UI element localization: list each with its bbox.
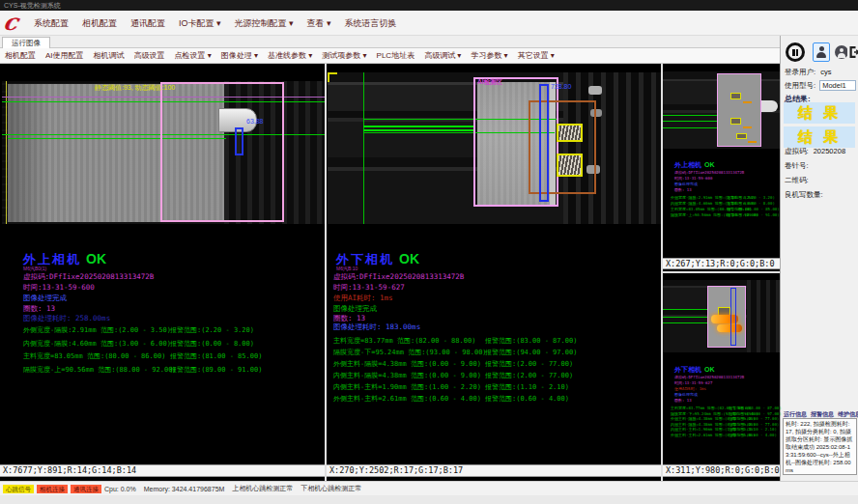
- mini-baseline-3: [663, 322, 707, 323]
- pixel-coords-bar-left: X:7677;Y:891;R:14;G:14;B:14: [0, 464, 325, 477]
- user-login-button[interactable]: [813, 42, 830, 62]
- measurement-alarm: 报警范围:(94.00 - 97.00): [485, 348, 577, 357]
- toolbar-item[interactable]: PLC地址表: [372, 48, 420, 63]
- toolbar-item[interactable]: 图像处理 ▾: [216, 48, 263, 63]
- mini-done-line: 图像处理完成: [674, 182, 698, 186]
- mini-baseline-2: [663, 317, 709, 318]
- machine-knob: [588, 86, 602, 95]
- menu-item[interactable]: 查看 ▾: [300, 12, 338, 35]
- menu-item[interactable]: 系统配置: [27, 12, 75, 35]
- menu-item[interactable]: 相机配置: [75, 12, 124, 35]
- measurement-value: 隔膜宽度-下=95.24mm 范围:(93.00 - 98.00): [333, 348, 483, 357]
- camera-name-text: 外下相机: [674, 366, 701, 373]
- barcode-line: 虚拟码:DFfIixe2025020813313472B: [333, 272, 464, 282]
- measurement-value: 内侧主料-隔膜=4.38mm 范围:(0.00 - 9.00): [671, 422, 728, 427]
- result-tag: M6汽B:10: [336, 266, 358, 271]
- measurement-value: 主料宽度=83.77mm 范围:(82.00 - 88.00): [333, 336, 483, 346]
- menu-items: 系统配置相机配置通讯配置IO卡配置 ▾光源控制配置 ▾查看 ▾系统语言切换: [27, 12, 404, 35]
- measurement-value: 主料宽度=83.77mm 范围:(82.00 - 88.00): [671, 406, 728, 410]
- time-line: 时间:13-31-59-600: [23, 283, 95, 293]
- baseline-green-thick-1: [363, 126, 474, 127]
- camera-name-text: 外下相机: [336, 252, 394, 266]
- mini-done-line: 图像处理完成: [674, 392, 698, 397]
- measurement-value: 外侧主料-隔膜=4.38mm 范围:(0.00 - 9.00): [671, 416, 728, 421]
- menu-item[interactable]: 光源控制配置 ▾: [228, 12, 300, 35]
- measurement-value: 主料宽度=83.05mm 范围:(80.00 - 86.00): [23, 351, 168, 361]
- measurement-row: 外侧主料-主料=2.61mm 范围:(0.60 - 4.00) 报警范围:(0.…: [333, 394, 577, 406]
- user-manage-button[interactable]: [833, 43, 848, 61]
- mini-defect-box: [730, 93, 741, 99]
- measurement-value: 外侧主料-主料=2.61mm 范围:(0.60 - 4.00): [671, 433, 728, 437]
- turns-line: 圈数: 13: [23, 304, 55, 314]
- measurement-value: 内侧主料-主料=1.90mm 范围:(1.00 - 2.20): [333, 382, 483, 392]
- measurement-value: 外侧宽度-隔膜:2.91mm 范围:(2.00 - 3.50): [23, 325, 168, 335]
- toolbar-item[interactable]: 学习参数 ▾: [466, 48, 512, 63]
- toolbar-item[interactable]: 高级设置: [129, 48, 170, 63]
- toolbar-item[interactable]: 点检设置 ▾: [170, 48, 216, 63]
- camera-connect-badge: 相机连接: [37, 485, 68, 493]
- login-user-label: 登录用户:: [785, 68, 815, 76]
- mini-view-top: 外上相机OK 虚拟码:DFfIixe2025020813313472B 时间:1…: [663, 64, 780, 271]
- toolbar-item[interactable]: 相机配置: [0, 48, 41, 63]
- toolbar-item[interactable]: 测试项参数 ▾: [317, 48, 371, 63]
- tab-run-image[interactable]: 运行图像: [2, 37, 50, 48]
- tab-strip: 运行图像: [0, 36, 780, 48]
- camera-image-middle[interactable]: AI检测区 728.80: [328, 72, 661, 224]
- ai-time-line: 使用AI耗时: 1ms: [333, 294, 393, 303]
- panel-fields: 虚拟码: 20250208 卷针号: 二维码: 良机写数量:: [785, 147, 857, 205]
- mini-camera-image-bottom[interactable]: [663, 280, 780, 352]
- toolbar-item[interactable]: 高级调试 ▾: [419, 48, 466, 63]
- camera-image-left[interactable]: 静态阈值:93, 动态阈值:100 63.88: [2, 81, 325, 224]
- measurement-value: 隔膜宽度-上=90.56mm 范围:(88.00 - 92.00): [671, 212, 726, 217]
- camera-view-middle: AI检测区 728.80 外下相机OK M6汽B:10 虚拟码:DFfIixe2…: [327, 64, 661, 481]
- corner-marker: [328, 72, 337, 82]
- status-bar: 心跳信号 相机连接 通讯连接 Cpu: 0.0% Memory: 3424.41…: [0, 481, 858, 495]
- model-value-box[interactable]: Model1: [819, 80, 856, 91]
- menu-item[interactable]: IO卡配置 ▾: [172, 12, 228, 35]
- toolbar-item[interactable]: 基准线参数 ▾: [263, 48, 317, 63]
- login-user-value: cys: [820, 68, 831, 76]
- measurement-row: 主料宽度=83.05mm 范围:(80.00 - 86.00) 报警范围:(81…: [23, 351, 262, 365]
- panel-field-row: 二维码:: [785, 176, 857, 190]
- memory-usage: Memory: 3424.41796875M: [144, 486, 225, 492]
- runtime-log-box[interactable]: 耗时: 222, 拍摄检测耗时: 17, 拍摄分类耗时: 0, 拍摄抓取分区耗时…: [783, 418, 857, 475]
- measurement-alarm: 报警范围:(0.00 - 8.00): [727, 201, 775, 206]
- pause-button[interactable]: [784, 41, 807, 64]
- measurement-list-middle: 主料宽度=83.77mm 范围:(82.00 - 88.00) 报警范围:(83…: [333, 336, 577, 406]
- window-title: CYS-视觉检测系统: [4, 2, 61, 9]
- cpu-usage: Cpu: 0.0%: [104, 486, 136, 492]
- exit-button[interactable]: [847, 42, 858, 62]
- measure-value-label: 63.88: [246, 118, 264, 125]
- edge-marker-line: [6, 81, 7, 224]
- app-logo-icon: C: [2, 14, 23, 32]
- measurement-row: 隔膜宽度-上=90.56mm 范围:(88.00 - 92.00) 报警范围:(…: [23, 365, 262, 378]
- mini-camera-image-top[interactable]: [663, 71, 780, 149]
- measurement-row: 外侧宽度-隔膜:2.91mm 范围:(2.00 - 3.50) 报警范围:(2.…: [23, 325, 262, 339]
- status-ok: OK: [399, 251, 419, 266]
- measurement-row: 外侧主料-主料=2.61mm 范围:(0.60 - 4.00) 报警范围:(0.…: [671, 433, 782, 438]
- measurement-alarm: 报警范围:(0.60 - 4.00): [729, 433, 777, 437]
- pixel-coords-bar-middle: X:270;Y:2502;R:17;G:17;B:17: [327, 464, 661, 477]
- toolbar-item[interactable]: 其它设置 ▾: [513, 48, 559, 63]
- toolbar-item[interactable]: AI使用配置: [41, 48, 89, 63]
- menu-item[interactable]: 系统语言切换: [338, 12, 404, 35]
- measurement-value: 内侧宽度-隔膜:4.60mm 范围:(3.00 - 6.00): [671, 201, 726, 206]
- measure-value-label: 728.80: [551, 83, 571, 90]
- measurement-alarm: 报警范围:(89.00 - 91.00): [727, 212, 780, 217]
- menu-item[interactable]: 通讯配置: [124, 12, 172, 35]
- mini-measure-rect-blue: [730, 288, 736, 346]
- measurement-alarm: 报警范围:(2.00 - 77.00): [485, 359, 573, 369]
- panel-field-label: 良机写数量:: [785, 190, 823, 199]
- measurement-row: 主料宽度=83.77mm 范围:(82.00 - 88.00) 报警范围:(83…: [333, 336, 577, 348]
- mini-camera-name-top: 外上相机OK: [674, 160, 715, 170]
- user-circle-icon: [835, 45, 848, 59]
- toolbar-item[interactable]: 相机调试: [89, 48, 129, 63]
- panel-field-label: 虚拟码:: [785, 147, 809, 155]
- measurement-alarm: 报警范围:(2.00 - 77.00): [729, 422, 779, 427]
- camera-views-area: 静态阈值:93, 动态阈值:100 63.88 外上相机OK M6汽B0(1) …: [0, 64, 780, 481]
- mini-ai-time-line: 使用AI耗时: 1ms: [674, 386, 706, 391]
- mini-barcode-line: 虚拟码:DFfIixe2025020813313472B: [674, 170, 744, 175]
- defect-box-yellow-2: [557, 154, 583, 177]
- mini-turns-line: 圈数: 13: [674, 187, 692, 192]
- measurement-row: 内侧宽度-隔膜:4.60mm 范围:(3.00 - 6.00) 报警范围:(0.…: [23, 339, 262, 352]
